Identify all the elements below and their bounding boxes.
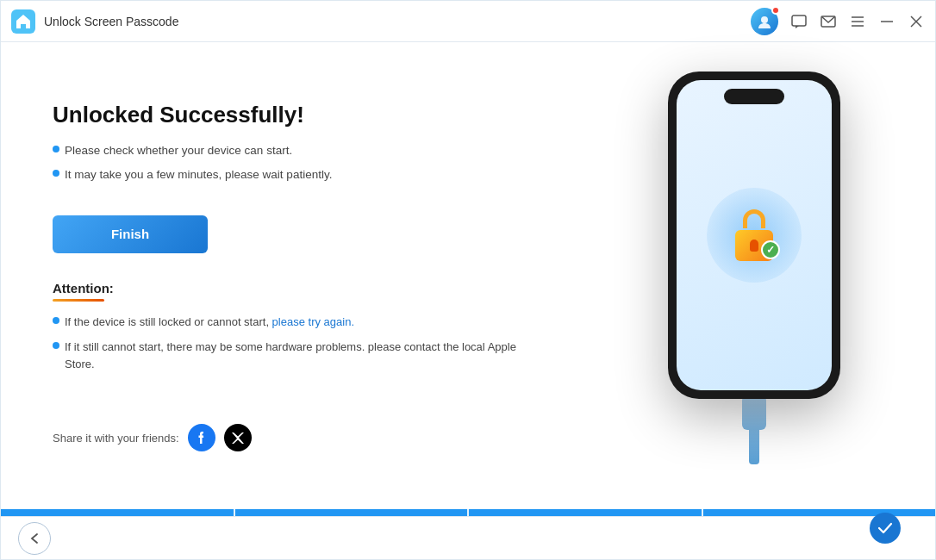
chat-icon[interactable] [790,13,808,30]
progress-segment-2 [235,509,468,516]
notification-badge [771,6,780,15]
attention-item-1: If the device is still locked or cannot … [53,314,521,331]
title-bar: Unlock Screen Passcode [1,1,935,42]
bullet-dot [53,317,59,324]
bullet-dot [53,342,59,349]
phone-notch [724,89,784,104]
attention-title: Attention: [53,281,521,296]
attention-text-1: If the device is still locked or cannot … [65,314,354,331]
bullet-text-2: It may take you a few minutes, please wa… [65,166,332,184]
progress-bar-area [1,509,935,516]
bullet-text-1: Please check whether your device can sta… [65,142,292,159]
cable-wire [749,430,759,464]
window-actions [751,8,925,35]
attention-bullets: If the device is still locked or cannot … [53,314,521,373]
content-area: Unlocked Successfully! Please check whet… [1,42,935,511]
bullet-dot [53,146,59,152]
progress-segment-4 [703,509,936,516]
close-button[interactable] [908,13,925,30]
try-again-link[interactable]: please try again. [272,315,354,328]
window-title: Unlock Screen Passcode [44,15,742,28]
left-panel: Unlocked Successfully! Please check whet… [1,42,573,511]
lock-shackle [743,209,765,228]
share-section: Share it with your friends: [53,424,521,451]
attention-text-2: If it still cannot start, there may be s… [65,339,521,372]
phone-screen: ✓ [677,80,832,390]
svg-point-1 [761,16,768,23]
step-complete-indicator [870,513,901,544]
facebook-button[interactable] [188,424,215,451]
phone-illustration: ✓ [668,72,840,464]
mail-icon[interactable] [820,13,837,30]
right-panel: ✓ [573,42,935,511]
attention-underline [53,299,104,302]
bullet-item-2: It may take you a few minutes, please wa… [53,166,521,184]
bullet-item-1: Please check whether your device can sta… [53,142,521,159]
bottom-bar [1,516,935,559]
twitter-button[interactable] [224,424,252,451]
lock-glow: ✓ [707,188,802,283]
success-title: Unlocked Successfully! [53,102,521,128]
success-check-badge: ✓ [761,240,780,259]
lock-keyhole [750,240,758,252]
charging-cable [742,399,766,464]
progress-segment-1 [1,509,234,516]
success-bullets: Please check whether your device can sta… [53,142,521,191]
finish-button[interactable]: Finish [53,215,208,253]
cable-connector [742,397,766,430]
lock-icon-container: ✓ [728,209,780,261]
minimize-button[interactable] [878,13,895,30]
menu-icon[interactable] [849,13,866,30]
bullet-dot [53,170,59,177]
attention-item-2: If it still cannot start, there may be s… [53,339,521,372]
share-label: Share it with your friends: [53,432,179,445]
phone-body: ✓ [668,72,840,399]
progress-segment-3 [469,509,702,516]
svg-rect-2 [792,16,806,26]
attention-section: Attention: If the device is still locked… [53,281,521,382]
user-avatar[interactable] [751,8,778,35]
home-icon[interactable] [11,9,35,34]
back-button[interactable] [18,522,51,555]
